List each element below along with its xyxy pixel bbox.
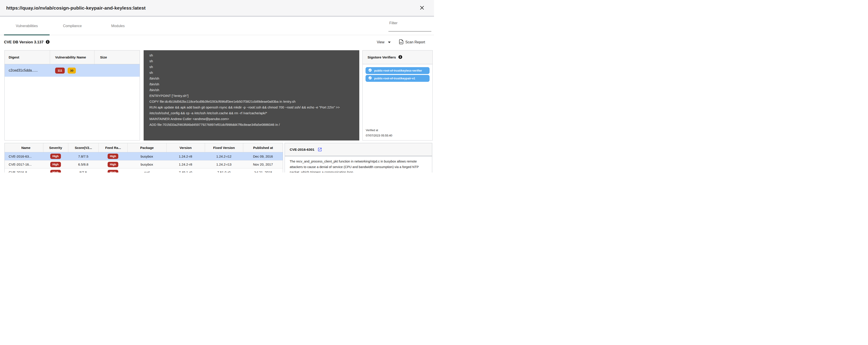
feed-rating-badge: High <box>107 170 118 173</box>
history-line: /bin/sh <box>149 75 353 81</box>
vuln-published-at: Nov 20, 2017 <box>243 162 283 166</box>
filter-input[interactable] <box>389 20 431 32</box>
verified-at-timestamp: 07/07/2023 05:55:40 <box>366 134 432 137</box>
tab-vulnerabilities[interactable]: Vulnerabilities <box>4 17 50 35</box>
history-line: ENTRYPOINT ["/entry.sh"] <box>149 93 353 99</box>
sigstore-footer: Verified at 07/07/2023 05:55:40 <box>363 129 432 140</box>
vuln-version: 1.24.2-r8 <box>166 155 205 158</box>
tab-modules[interactable]: Modules <box>95 17 141 35</box>
sigstore-verifier-list: public-root-of-trust/keyless-verifier pu… <box>363 64 432 129</box>
history-line: sh <box>149 70 353 75</box>
vulnerability-row[interactable]: CVE-2016-8... High 5/7.5 High curl 7.49.… <box>5 168 283 172</box>
fixed-version-col-header: Fixed Version <box>205 143 243 152</box>
feed-rating-badge: High <box>107 162 118 167</box>
image-url-title: https://quay.io/nvlab/cosign-public-keyp… <box>6 5 146 11</box>
vuln-count-badges: 111 30 <box>50 68 94 73</box>
sigstore-info-button[interactable] <box>398 55 402 60</box>
toolbar-actions: View csv Scan Report <box>377 35 425 49</box>
verified-check-icon <box>368 68 372 73</box>
severity-badge: High <box>50 162 61 167</box>
history-line: MAINTAINER Andrew Cutler <andrew@panubo.… <box>149 116 353 122</box>
cve-description-area: The recv_and_process_client_pkt function… <box>285 156 432 172</box>
vuln-fixed-version: 7.51.0-r0 <box>205 170 243 172</box>
published-at-col-header: Published at <box>243 143 283 152</box>
severity-col-header: Severity <box>43 143 68 152</box>
digest-table-header: Digest Vulnerability Name Size <box>5 51 140 64</box>
cve-detail-panel: CVE-2016-6301 The recv_and_process_clien… <box>285 143 432 172</box>
view-dropdown-label: View <box>377 40 384 44</box>
filter-field-wrap <box>389 20 431 32</box>
history-line: ADD file:701fd33a2f463fd4bd459779276897e… <box>149 122 353 128</box>
vulnerability-table-header: Name Severity Score(V2... Feed Ra... Pac… <box>5 143 283 152</box>
vuln-score: 6.5/8.8 <box>68 162 99 166</box>
vuln-version: 7.49.1-r0 <box>166 170 205 172</box>
verifier-label: public-root-of-trust/keypair-v1 <box>374 77 415 80</box>
tab-compliance-label: Compliance <box>63 24 82 28</box>
close-button[interactable] <box>419 5 425 11</box>
image-scan-dialog: https://quay.io/nvlab/cosign-public-keyp… <box>0 0 434 172</box>
csv-file-icon: csv <box>399 39 403 45</box>
sigstore-title: Sigstore Verifiers <box>368 55 396 59</box>
version-col-header: Version <box>166 143 205 152</box>
history-line: /bin/sh <box>149 87 353 93</box>
history-line: sh <box>149 64 353 70</box>
vuln-name: CVE-2016-63... <box>5 155 43 158</box>
scan-report-button[interactable]: csv Scan Report <box>399 39 425 45</box>
verified-at-label: Verified at <box>366 129 432 132</box>
verifier-badge-keyless: public-root-of-trust/keyless-verifier <box>366 67 430 74</box>
vulnerability-table: Name Severity Score(V2... Feed Ra... Pac… <box>4 143 283 172</box>
svg-text:csv: csv <box>400 41 402 43</box>
digest-table: Digest Vulnerability Name Size c2ced31c5… <box>4 50 140 140</box>
dialog-header: https://quay.io/nvlab/cosign-public-keyp… <box>0 0 434 17</box>
severity-badge: High <box>50 170 61 173</box>
external-link-icon <box>317 147 322 152</box>
verifier-label: public-root-of-trust/keyless-verifier <box>374 69 422 72</box>
cve-db-version: CVE DB Version 3.137 <box>4 40 50 44</box>
feed-rating-badge: High <box>107 154 118 159</box>
vuln-version: 1.24.2-r8 <box>166 162 205 166</box>
info-icon <box>398 55 402 60</box>
history-line: /bin/sh <box>149 81 353 87</box>
vuln-package: busybox <box>127 155 166 158</box>
vulnerability-name-col-header: Vulnerability Name <box>50 51 94 64</box>
digest-row-selected[interactable]: c2ced31c5dda...... 111 30 <box>5 64 140 77</box>
package-col-header: Package <box>127 143 166 152</box>
scan-report-label: Scan Report <box>405 40 425 44</box>
vuln-fixed-version: 1.24.2-r13 <box>205 162 243 166</box>
vuln-published-at: Dec 09, 2016 <box>243 155 283 158</box>
vuln-name: CVE-2017-16... <box>5 162 43 166</box>
cve-db-info-button[interactable] <box>46 40 50 44</box>
name-col-header: Name <box>5 143 43 152</box>
vuln-package: curl <box>127 170 166 172</box>
history-line: sh <box>149 58 353 64</box>
cve-id: CVE-2016-6301 <box>290 148 314 152</box>
vuln-published-at: Jul 21, 2018 <box>243 170 283 172</box>
medium-count-badge: 30 <box>68 68 76 73</box>
cve-db-version-label: CVE DB Version 3.137 <box>4 40 43 44</box>
toolbar: CVE DB Version 3.137 View csv <box>0 35 434 49</box>
severity-badge: High <box>50 154 61 159</box>
vuln-package: busybox <box>127 162 166 166</box>
close-icon <box>420 5 425 11</box>
tab-list: Vulnerabilities Compliance Modules <box>4 17 141 35</box>
sigstore-verifiers-panel: Sigstore Verifiers public-root-of-trust/… <box>363 50 433 140</box>
docker-history-panel[interactable]: sh sh sh sh /bin/sh /bin/sh /bin/sh ENTR… <box>144 50 359 140</box>
history-line: COPY file:dc4b18d562bc118ce5cd9b3fe0283c… <box>149 99 353 104</box>
vulnerability-row-selected[interactable]: CVE-2016-63... High 7.8/7.5 High busybox… <box>5 152 283 160</box>
info-icon <box>46 40 50 44</box>
digest-value: c2ced31c5dda...... <box>5 68 50 72</box>
tab-bar: Vulnerabilities Compliance Modules <box>0 17 434 35</box>
view-dropdown[interactable]: View <box>377 40 391 44</box>
cve-description: The recv_and_process_client_pkt function… <box>290 159 427 172</box>
feed-rating-col-header: Feed Ra... <box>98 143 127 152</box>
vuln-score: 5/7.5 <box>68 170 99 172</box>
vuln-fixed-version: 1.24.2-r12 <box>205 155 243 158</box>
vuln-name: CVE-2016-8... <box>5 170 43 172</box>
cve-external-link[interactable] <box>317 147 322 152</box>
sigstore-header: Sigstore Verifiers <box>363 51 432 64</box>
score-col-header: Score(V2... <box>68 143 99 152</box>
high-count-badge: 111 <box>55 68 65 73</box>
verifier-badge-keypair: public-root-of-trust/keypair-v1 <box>366 75 430 82</box>
vulnerability-row[interactable]: CVE-2017-16... High 6.5/8.8 High busybox… <box>5 160 283 168</box>
tab-compliance[interactable]: Compliance <box>50 17 95 35</box>
